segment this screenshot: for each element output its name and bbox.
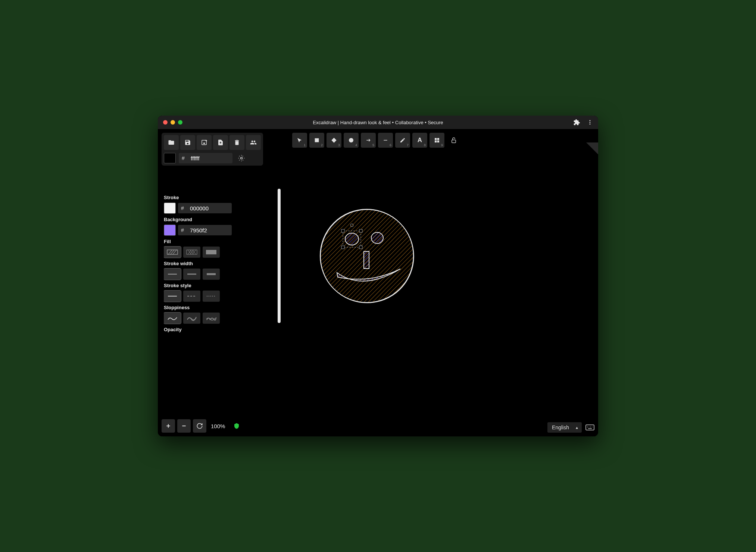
- svg-point-3: [241, 157, 243, 159]
- svg-rect-38: [341, 246, 344, 249]
- more-icon[interactable]: [587, 119, 593, 125]
- reset-zoom-button[interactable]: [193, 419, 206, 433]
- corner-fold-icon[interactable]: [586, 142, 598, 154]
- window-close-button[interactable]: [163, 120, 168, 125]
- sloppiness-cartoonist[interactable]: [203, 313, 220, 324]
- svg-rect-37: [359, 229, 362, 232]
- stroke-style-solid[interactable]: [164, 291, 181, 302]
- svg-rect-42: [586, 425, 594, 430]
- stroke-style-dashed[interactable]: [183, 291, 200, 302]
- svg-rect-22: [206, 250, 216, 254]
- svg-line-13: [171, 250, 174, 254]
- fill-label: Fill: [164, 239, 276, 244]
- zoom-out-button[interactable]: [177, 419, 191, 433]
- stroke-swatch[interactable]: [164, 203, 176, 214]
- window-title: Excalidraw | Hand-drawn look & feel • Co…: [313, 120, 443, 125]
- shield-icon[interactable]: [233, 423, 240, 429]
- svg-point-0: [590, 120, 591, 121]
- sloppiness-artist[interactable]: [183, 313, 200, 324]
- save-as-button[interactable]: [197, 135, 212, 150]
- scrollbar[interactable]: [277, 189, 281, 368]
- svg-rect-4: [315, 138, 319, 142]
- fill-solid[interactable]: [203, 247, 220, 258]
- stroke-style-dotted[interactable]: [203, 291, 220, 302]
- fill-hachure[interactable]: [164, 247, 181, 258]
- open-button[interactable]: [164, 135, 179, 150]
- language-select[interactable]: English: [547, 422, 582, 433]
- collaborate-button[interactable]: [246, 135, 261, 150]
- background-label: Background: [164, 217, 276, 222]
- svg-point-1: [590, 122, 591, 123]
- window-maximize-button[interactable]: [178, 120, 182, 125]
- titlebar: Excalidraw | Hand-drawn look & feel • Co…: [158, 116, 598, 129]
- export-button[interactable]: [213, 135, 228, 150]
- svg-rect-8: [435, 141, 437, 142]
- svg-rect-6: [435, 138, 437, 140]
- hash-label: #: [179, 153, 188, 163]
- canvas-drawing[interactable]: [315, 204, 419, 308]
- save-button[interactable]: [180, 135, 195, 150]
- svg-point-5: [349, 138, 353, 142]
- stroke-width-label: Stroke width: [164, 261, 276, 266]
- svg-point-33: [345, 233, 359, 245]
- svg-point-34: [371, 232, 383, 244]
- svg-point-2: [590, 123, 591, 125]
- zoom-level[interactable]: 100%: [211, 423, 225, 429]
- background-swatch[interactable]: [164, 225, 176, 236]
- lock-icon[interactable]: [450, 137, 457, 144]
- svg-rect-36: [341, 229, 344, 232]
- svg-line-12: [168, 250, 172, 254]
- stroke-style-label: Stroke style: [164, 283, 276, 288]
- keyboard-icon[interactable]: [585, 424, 594, 431]
- sloppiness-label: Sloppiness: [164, 305, 276, 310]
- canvas-color-input[interactable]: [188, 153, 232, 163]
- stroke-color-input[interactable]: [187, 203, 232, 213]
- background-color-input[interactable]: [187, 225, 232, 235]
- stroke-label: Stroke: [164, 195, 276, 200]
- fill-crosshatch[interactable]: [183, 247, 200, 258]
- window-minimize-button[interactable]: [171, 120, 175, 125]
- stroke-width-thick[interactable]: [203, 269, 220, 280]
- zoom-in-button[interactable]: [162, 419, 175, 433]
- svg-rect-10: [452, 140, 456, 143]
- svg-rect-7: [437, 138, 439, 140]
- stroke-width-thin[interactable]: [164, 269, 181, 280]
- svg-rect-9: [437, 141, 439, 142]
- svg-line-14: [173, 250, 176, 254]
- clear-button[interactable]: [229, 135, 244, 150]
- sloppiness-architect[interactable]: [164, 313, 181, 324]
- svg-rect-39: [359, 246, 362, 249]
- properties-panel: Stroke # Background # Fill: [162, 189, 281, 368]
- opacity-label: Opacity: [164, 327, 276, 332]
- stroke-width-med[interactable]: [183, 269, 200, 280]
- canvas-color-swatch[interactable]: [164, 153, 176, 163]
- extension-icon[interactable]: [574, 119, 580, 126]
- svg-rect-41: [364, 251, 369, 269]
- settings-icon[interactable]: [238, 154, 245, 162]
